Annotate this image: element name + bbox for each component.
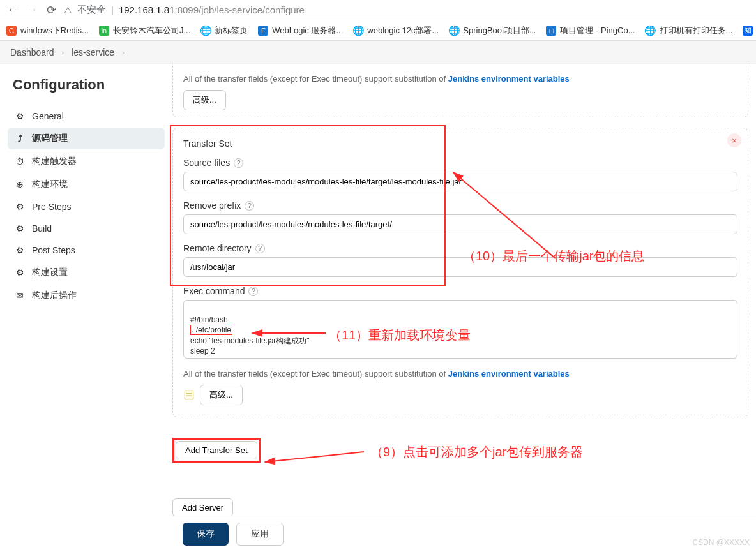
bookmark-icon: C bbox=[6, 26, 17, 36]
bookmark-icon: 知 bbox=[743, 26, 753, 36]
remove-prefix-input[interactable] bbox=[183, 214, 737, 234]
sidebar-item-icon: ⚙ bbox=[14, 111, 26, 121]
sidebar-item[interactable]: ⚙Pre Steps bbox=[8, 197, 165, 217]
sidebar-item[interactable]: ⤴源码管理 bbox=[8, 128, 165, 149]
insecure-label: 不安全 bbox=[77, 4, 106, 16]
breadcrumb-dashboard[interactable]: Dashboard bbox=[10, 47, 54, 57]
add-transfer-set-button[interactable]: Add Transfer Set bbox=[176, 441, 257, 459]
sidebar-item[interactable]: ⚙Build bbox=[8, 218, 165, 239]
sidebar-item-icon: ⏱ bbox=[14, 156, 26, 167]
bookmark-icon: 🌐 bbox=[200, 26, 211, 36]
bookmark-icon: F bbox=[258, 26, 268, 36]
bookmark-item[interactable]: 🌐打印机有打印任务... bbox=[646, 25, 733, 36]
source-files-input[interactable] bbox=[183, 172, 737, 191]
sidebar-item-label: 源码管理 bbox=[32, 133, 68, 144]
sidebar: Configuration ⚙General⤴源码管理⏱构建触发器⊕构建环境⚙P… bbox=[0, 64, 172, 552]
bookmark-label: 打印机有打印任务... bbox=[660, 25, 733, 36]
bookmark-label: 长安铃木汽车公司J... bbox=[113, 25, 190, 36]
breadcrumb: Dashboard › les-service › bbox=[0, 41, 756, 64]
sidebar-item-label: Build bbox=[32, 223, 52, 234]
browser-toolbar: ← → ⟳ ⚠ 不安全 | 192.168.1.81:8099/job/les-… bbox=[0, 0, 756, 20]
sidebar-item[interactable]: ⏱构建触发器 bbox=[8, 151, 165, 172]
sidebar-item-icon: ⤴ bbox=[14, 133, 26, 144]
main-content: All of the transfer fields (except for E… bbox=[172, 64, 756, 552]
bookmark-icon: □ bbox=[546, 26, 556, 36]
bookmark-label: SpringBoot项目部... bbox=[463, 25, 536, 36]
sidebar-item-label: Post Steps bbox=[32, 245, 75, 255]
bookmark-item[interactable]: FWebLogic 服务器... bbox=[258, 25, 343, 36]
sidebar-item-icon: ⚙ bbox=[14, 245, 26, 255]
save-button[interactable]: 保存 bbox=[183, 523, 229, 546]
breadcrumb-job[interactable]: les-service bbox=[72, 47, 114, 57]
reload-icon[interactable]: ⟳ bbox=[45, 3, 57, 17]
sidebar-item[interactable]: ⚙Post Steps bbox=[8, 240, 165, 260]
sidebar-item-label: General bbox=[32, 111, 64, 121]
close-icon[interactable]: × bbox=[727, 133, 741, 147]
sidebar-item-icon: ⊕ bbox=[14, 179, 26, 190]
bookmark-label: 项目管理 - PingCo... bbox=[560, 25, 635, 36]
jenkins-env-link[interactable]: Jenkins environment variables bbox=[448, 369, 570, 378]
sidebar-item[interactable]: ⚙General bbox=[8, 106, 165, 126]
help-icon[interactable]: ? bbox=[255, 244, 265, 253]
page-title: Configuration bbox=[13, 77, 160, 93]
bookmark-icon: 🌐 bbox=[353, 26, 363, 36]
bookmark-label: windows下Redis... bbox=[20, 25, 89, 36]
insecure-icon: ⚠ bbox=[64, 5, 72, 15]
arrow-icon bbox=[262, 447, 370, 466]
watermark: CSDN @XXXXX bbox=[692, 538, 750, 547]
help-icon[interactable]: ? bbox=[248, 287, 258, 296]
sidebar-item-label: 构建触发器 bbox=[32, 156, 77, 167]
bookmark-item[interactable]: in长安铃木汽车公司J... bbox=[99, 25, 190, 36]
bookmark-item[interactable]: 🌐新标签页 bbox=[200, 25, 248, 36]
bookmark-label: 新标签页 bbox=[215, 25, 248, 36]
bookmark-label: WebLogic 服务器... bbox=[272, 25, 343, 36]
transfer-set-section: × Transfer Set Source files ? Remove pre… bbox=[172, 128, 748, 417]
sidebar-item[interactable]: ⊕构建环境 bbox=[8, 174, 165, 195]
chevron-right-icon: › bbox=[122, 48, 125, 56]
notepad-icon bbox=[183, 389, 195, 401]
back-icon[interactable]: ← bbox=[6, 3, 19, 17]
prev-transfer-section: All of the transfer fields (except for E… bbox=[172, 64, 748, 117]
sidebar-item[interactable]: ✉构建后操作 bbox=[8, 285, 165, 306]
sidebar-item-label: 构建环境 bbox=[32, 179, 68, 190]
exec-command-textarea[interactable]: #!/bin/bash . /etc/profile echo "les-mod… bbox=[183, 300, 737, 359]
sidebar-item-icon: ✉ bbox=[14, 290, 26, 301]
sidebar-item-label: 构建后操作 bbox=[32, 290, 77, 301]
bookmark-item[interactable]: Cwindows下Redis... bbox=[6, 25, 89, 36]
apply-button[interactable]: 应用 bbox=[236, 523, 284, 546]
substitution-hint: All of the transfer fields (except for E… bbox=[183, 369, 737, 378]
svg-line-5 bbox=[265, 452, 364, 462]
remote-dir-label: Remote directory bbox=[183, 243, 252, 253]
advanced-button[interactable]: 高级... bbox=[183, 90, 226, 110]
jenkins-env-link[interactable]: Jenkins environment variables bbox=[448, 74, 570, 84]
sidebar-item[interactable]: ⚙构建设置 bbox=[8, 262, 165, 283]
bookmarks-bar: Cwindows下Redis...in长安铃木汽车公司J...🌐新标签页FWeb… bbox=[0, 20, 756, 41]
bookmark-item[interactable]: 🌐weblogic 12c部署... bbox=[353, 25, 439, 36]
highlight-profile: . /etc/profile bbox=[190, 325, 232, 335]
bookmark-icon: 🌐 bbox=[449, 26, 459, 36]
transfer-set-title: Transfer Set bbox=[183, 138, 737, 149]
bookmark-label: weblogic 12c部署... bbox=[367, 25, 439, 36]
add-server-button[interactable]: Add Server bbox=[172, 498, 233, 517]
help-icon[interactable]: ? bbox=[234, 158, 243, 168]
sidebar-item-icon: ⚙ bbox=[14, 223, 26, 234]
substitution-hint: All of the transfer fields (except for E… bbox=[183, 74, 737, 84]
forward-icon[interactable]: → bbox=[26, 3, 38, 17]
exec-command-label: Exec command bbox=[183, 286, 245, 296]
chevron-right-icon: › bbox=[62, 48, 64, 56]
bookmark-item[interactable]: 🌐SpringBoot项目部... bbox=[449, 25, 536, 36]
annotation-9: （9）点击可添加多个jar包传到服务器 bbox=[370, 444, 583, 461]
bookmark-icon: in bbox=[99, 26, 109, 36]
bookmark-item[interactable]: 知Java使用 Springb bbox=[743, 25, 756, 36]
bookmark-icon: 🌐 bbox=[646, 26, 656, 36]
help-icon[interactable]: ? bbox=[245, 201, 254, 211]
source-files-label: Source files bbox=[183, 158, 230, 168]
remote-dir-input[interactable] bbox=[183, 257, 737, 277]
svg-rect-0 bbox=[185, 391, 193, 399]
sidebar-item-icon: ⚙ bbox=[14, 202, 26, 212]
remove-prefix-label: Remove prefix bbox=[183, 200, 241, 211]
footer-bar: 保存 应用 bbox=[172, 516, 756, 552]
advanced-button[interactable]: 高级... bbox=[200, 385, 243, 405]
bookmark-item[interactable]: □项目管理 - PingCo... bbox=[546, 25, 635, 36]
url-bar[interactable]: ⚠ 不安全 | 192.168.1.81:8099/job/les-servic… bbox=[64, 4, 750, 16]
